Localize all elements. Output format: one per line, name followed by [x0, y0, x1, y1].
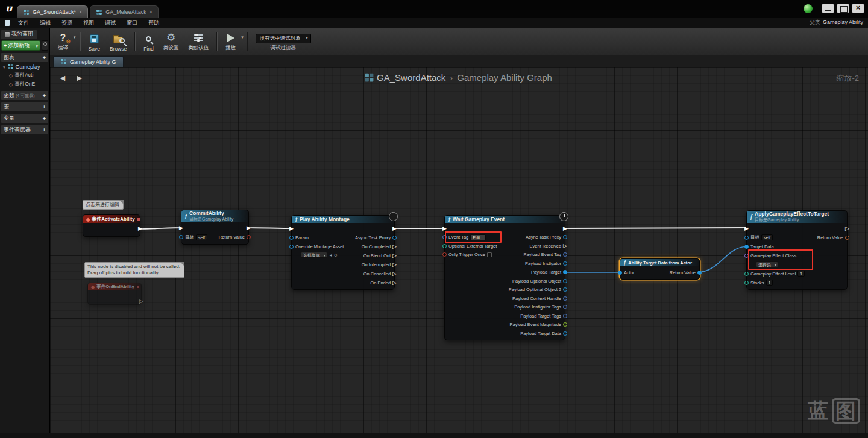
graph-document-tab[interactable]: Gameplay Ability G [53, 56, 124, 67]
param-pin[interactable] [289, 236, 294, 240]
node-play-ability-montage[interactable]: Play Ability Montage Param Override Mont… [291, 215, 395, 290]
payload-optional-object-2-pin[interactable] [563, 287, 567, 292]
node-commit-ability[interactable]: CommitAbility 目标是Gameplay Ability 目标 sel… [181, 210, 249, 245]
self-value-box[interactable]: self [196, 234, 207, 240]
event-received-exec-pin[interactable] [563, 243, 567, 249]
add-function-icon[interactable] [43, 93, 46, 99]
expand-caret-icon[interactable] [3, 64, 5, 70]
node-event-on-end-ability[interactable]: 事件OnEndAbility [87, 283, 142, 305]
on-cancelled-exec-pin[interactable] [392, 271, 397, 277]
menu-window[interactable]: 窗口 [121, 19, 143, 27]
async-task-proxy-pin[interactable] [392, 236, 397, 240]
section-macros[interactable]: 宏 [1, 102, 48, 111]
stacks-pin[interactable] [744, 281, 749, 285]
stacks-value[interactable]: 1 [766, 280, 773, 286]
breadcrumb-leaf[interactable]: Gameplay Ability Graph [457, 72, 552, 83]
browse-button[interactable]: Browse [105, 30, 131, 53]
on-blend-out-exec-pin[interactable] [392, 253, 397, 258]
asset-picker-dropdown[interactable]: 选择资源 [301, 252, 327, 258]
payload-context-handle-pin[interactable] [563, 296, 567, 301]
only-trigger-once-checkbox[interactable] [487, 252, 492, 257]
add-new-button[interactable]: 添加新项 [1, 40, 40, 51]
class-defaults-button[interactable]: 类默认值 [184, 30, 213, 53]
add-dispatcher-icon[interactable] [43, 127, 46, 133]
sidebar-item-event-onend[interactable]: 事件OnE [0, 80, 49, 89]
payload-instigator-tags-pin[interactable] [563, 305, 567, 309]
exec-in-pin[interactable] [289, 226, 294, 231]
window-close-button[interactable] [852, 4, 864, 13]
gameplay-effect-level-value[interactable]: 1 [797, 271, 805, 277]
sidebar-item-event-activate[interactable]: 事件Acti [0, 70, 49, 80]
play-options-caret-icon[interactable] [241, 35, 244, 40]
node-comment-bubble[interactable]: 点击来进行编辑 [83, 200, 124, 210]
gameplay-effect-level-pin[interactable] [744, 272, 749, 276]
debug-object-dropdown[interactable]: 没有选中调试对象 [256, 34, 311, 43]
play-button[interactable]: 播放 [221, 30, 240, 53]
close-tab-icon[interactable] [149, 10, 153, 15]
menu-help[interactable]: 帮助 [143, 19, 165, 27]
exec-out-pin[interactable] [247, 225, 251, 231]
exec-out-pin[interactable] [138, 226, 142, 231]
payload-target-pin[interactable] [563, 270, 567, 274]
find-button[interactable]: Find [139, 30, 158, 53]
add-graph-icon[interactable] [43, 55, 46, 61]
return-value-pin[interactable] [697, 271, 702, 275]
asset-tab-swordattack[interactable]: GA_SwordAttack* [17, 5, 88, 18]
my-blueprint-tab[interactable]: 我的蓝图 [1, 30, 37, 39]
use-selected-asset-icon[interactable] [334, 253, 338, 257]
menu-edit[interactable]: 编辑 [34, 19, 56, 27]
target-pin[interactable] [744, 236, 749, 240]
breadcrumb-root[interactable]: GA_SwordAttack [377, 72, 445, 83]
on-interrupted-exec-pin[interactable] [392, 262, 397, 267]
optional-external-target-pin[interactable] [442, 244, 447, 248]
window-minimize-button[interactable] [822, 4, 834, 13]
target-data-pin[interactable] [744, 245, 749, 249]
exec-in-pin[interactable] [179, 225, 183, 231]
on-completed-exec-pin[interactable] [392, 244, 397, 249]
class-settings-button[interactable]: 类设置 [159, 30, 183, 53]
return-value-pin[interactable] [247, 235, 251, 239]
node-ability-target-data-from-actor[interactable]: Ability Target Data from Actor Actor Ret… [620, 258, 700, 280]
section-functions[interactable]: 函数 (4 可重载) [1, 91, 48, 100]
exec-in-pin[interactable] [442, 226, 447, 231]
payload-event-magnitude-pin[interactable] [563, 322, 567, 327]
asset-tab-meleeattack[interactable]: GA_MeleeAttack [90, 5, 159, 18]
section-graphs[interactable]: 图表 [1, 53, 48, 62]
target-pin[interactable] [179, 235, 183, 239]
blueprint-graph-canvas[interactable]: GA_SwordAttack › Gameplay Ability Graph … [50, 67, 868, 433]
exec-out-pin[interactable] [139, 299, 143, 304]
source-control-status-icon[interactable] [804, 4, 813, 13]
exec-out-pin[interactable] [392, 226, 397, 231]
menu-file[interactable]: 文件 [13, 19, 34, 27]
payload-instigator-pin[interactable] [563, 261, 567, 266]
menu-debug[interactable]: 调试 [99, 19, 121, 27]
payload-event-tag-pin[interactable] [563, 252, 567, 257]
window-maximize-button[interactable] [837, 4, 849, 13]
actor-pin[interactable] [618, 271, 622, 275]
close-tab-icon[interactable] [79, 10, 82, 15]
menu-asset[interactable]: 资源 [56, 19, 78, 27]
compile-options-caret-icon[interactable] [74, 35, 76, 40]
add-macro-icon[interactable] [43, 104, 46, 110]
search-toggle-icon[interactable] [42, 40, 48, 51]
compile-button[interactable]: 编译 [54, 30, 72, 53]
add-variable-icon[interactable] [43, 116, 46, 122]
menu-view[interactable]: 视图 [78, 19, 99, 27]
section-dispatchers[interactable]: 事件调度器 [1, 125, 48, 134]
return-value-pin[interactable] [845, 236, 849, 240]
async-task-proxy-pin[interactable] [563, 235, 567, 239]
section-variables[interactable]: 变量 [1, 114, 48, 123]
node-event-activate-ability[interactable]: 事件ActivateAbility [83, 214, 140, 237]
on-ended-exec-pin[interactable] [392, 280, 397, 286]
payload-optional-object-pin[interactable] [563, 279, 567, 283]
self-value-box[interactable]: self [761, 234, 773, 240]
payload-target-data-pin[interactable] [563, 331, 567, 336]
save-button[interactable]: Save [84, 30, 104, 53]
exec-out-pin[interactable] [845, 226, 849, 231]
only-trigger-once-pin[interactable] [442, 252, 447, 257]
exec-out-pin[interactable] [563, 226, 567, 231]
payload-target-tags-pin[interactable] [563, 314, 567, 318]
exec-in-pin[interactable] [744, 226, 749, 231]
parent-class-value[interactable]: Gameplay Ability [823, 19, 863, 25]
override-montage-asset-pin[interactable] [289, 245, 294, 249]
